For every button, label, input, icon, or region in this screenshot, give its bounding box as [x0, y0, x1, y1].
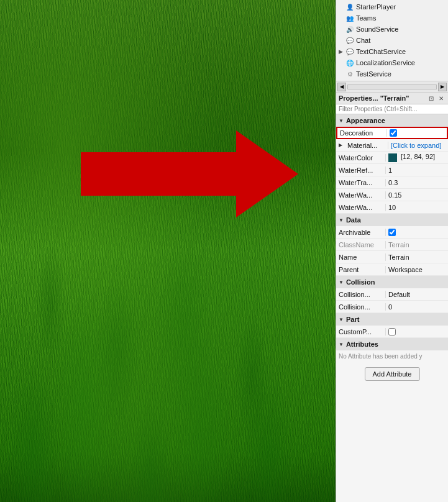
section-appearance[interactable]: ▼ Appearance [336, 114, 448, 127]
textchatservice-icon: 💬 [345, 47, 355, 57]
prop-row-name[interactable]: Name Terrain [336, 251, 448, 263]
starterplayer-label: StarterPlayer [356, 3, 396, 11]
filter-bar [336, 104, 448, 114]
prop-row-archivable[interactable]: Archivable [336, 226, 448, 239]
collisionval-prop-value: 0 [386, 303, 448, 311]
section-part[interactable]: ▼ Part [336, 313, 448, 326]
prop-row-collisiontype[interactable]: Collision... Default [336, 288, 448, 301]
waterwa2-prop-value: 10 [386, 204, 448, 211]
testservice-icon: ⚙ [345, 69, 355, 79]
prop-row-waterwa1[interactable]: WaterWa... 0.15 [336, 189, 448, 201]
data-collapse-arrow: ▼ [339, 217, 344, 223]
right-panel: 👤 StarterPlayer 👥 Teams 🔊 SoundService 💬… [336, 0, 448, 502]
decoration-checkbox-container[interactable] [387, 129, 400, 137]
prop-row-watercolor[interactable]: WaterColor [12, 84, 92] [336, 152, 448, 164]
tree-item-textchatservice[interactable]: ▶ 💬 TextChatService [336, 46, 448, 57]
localizationservice-label: LocalizationService [356, 59, 415, 66]
section-attributes[interactable]: ▼ Attributes [336, 338, 448, 350]
teams-label: Teams [356, 14, 376, 22]
prop-row-material[interactable]: ▶ Material... [Click to expand] [336, 139, 448, 152]
archivable-prop-name: Archivable [336, 229, 386, 236]
part-collapse-arrow: ▼ [339, 317, 344, 322]
appearance-collapse-arrow: ▼ [339, 118, 344, 124]
chat-label: Chat [356, 37, 370, 44]
textchatservice-label: TextChatService [356, 48, 406, 55]
no-attribute-text: No Attribute has been added y [336, 350, 448, 362]
tree-item-soundservice[interactable]: 🔊 SoundService [336, 24, 448, 35]
scroll-left-btn[interactable]: ◀ [337, 83, 346, 91]
classname-prop-value: Terrain [386, 241, 448, 249]
decoration-checkbox[interactable] [390, 129, 397, 137]
prop-row-waterref[interactable]: WaterRef... 1 [336, 164, 448, 176]
scroll-track[interactable] [347, 84, 437, 89]
customp-checkbox-container[interactable] [386, 328, 398, 335]
prop-row-classname[interactable]: ClassName Terrain [336, 239, 448, 251]
parent-prop-value: Workspace [386, 266, 448, 273]
filter-input[interactable] [339, 106, 446, 112]
prop-row-customp[interactable]: CustomP... [336, 326, 448, 338]
material-prop-value: [Click to expand] [388, 142, 448, 149]
data-section-label: Data [346, 216, 361, 224]
watercolor-swatch [388, 153, 397, 162]
attributes-collapse-arrow: ▼ [339, 342, 344, 347]
watertra-prop-name: WaterTra... [336, 179, 386, 186]
archivable-checkbox-container[interactable] [386, 229, 398, 236]
tree-item-localizationservice[interactable]: 🌐 LocalizationService [336, 57, 448, 68]
section-collision[interactable]: ▼ Collision [336, 276, 448, 288]
soundservice-label: SoundService [356, 25, 399, 33]
customp-prop-name: CustomP... [336, 328, 386, 335]
waterwa2-prop-name: WaterWa... [336, 204, 386, 211]
watercolor-prop-name: WaterColor [336, 154, 386, 162]
collision-collapse-arrow: ▼ [339, 280, 344, 285]
scroll-right-btn[interactable]: ▶ [438, 83, 447, 91]
classname-prop-name: ClassName [336, 241, 386, 249]
customp-checkbox[interactable] [388, 328, 396, 335]
prop-row-collisionval[interactable]: Collision... 0 [336, 301, 448, 313]
material-expand-arrow: ▶ [336, 142, 345, 148]
waterwa1-prop-value: 0.15 [386, 191, 448, 199]
properties-content: ▼ Appearance Decoration ▶ Material... [C… [336, 114, 448, 502]
name-prop-value: Terrain [386, 253, 448, 261]
waterref-prop-value: 1 [386, 167, 448, 174]
prop-row-parent[interactable]: Parent Workspace [336, 263, 448, 276]
waterref-prop-name: WaterRef... [336, 167, 386, 174]
collisiontype-prop-name: Collision... [336, 291, 386, 298]
tree-item-starterplayer[interactable]: 👤 StarterPlayer [336, 1, 448, 12]
collisionval-prop-name: Collision... [336, 303, 386, 311]
add-attribute-button[interactable]: Add Attribute [365, 367, 420, 381]
properties-title: Properties... "Terrain" [339, 94, 409, 102]
explorer-scrollbar[interactable]: ◀ ▶ [336, 81, 448, 93]
name-prop-name: Name [336, 253, 386, 261]
tree-item-testservice[interactable]: ⚙ TestService [336, 68, 448, 80]
archivable-checkbox[interactable] [388, 229, 396, 236]
chat-icon: 💬 [345, 35, 355, 45]
material-prop-name: Material... [345, 142, 388, 149]
red-arrow [81, 130, 304, 217]
section-data[interactable]: ▼ Data [336, 214, 448, 226]
watercolor-prop-value: [12, 84, 92] [386, 153, 448, 162]
decoration-prop-name: Decoration [337, 129, 387, 137]
collisiontype-prop-value: Default [386, 291, 448, 298]
soundservice-icon: 🔊 [345, 24, 355, 34]
starterplayer-icon: 👤 [345, 2, 355, 12]
prop-row-waterwa2[interactable]: WaterWa... 10 [336, 201, 448, 214]
waterwa1-prop-name: WaterWa... [336, 191, 386, 199]
part-section-label: Part [346, 316, 359, 323]
localizationservice-icon: 🌐 [345, 58, 355, 68]
grass-background [0, 0, 336, 502]
properties-icons: ⊡ ✕ [427, 94, 446, 103]
properties-header: Properties... "Terrain" ⊡ ✕ [336, 93, 448, 104]
close-icon[interactable]: ✕ [437, 94, 446, 103]
prop-row-decoration[interactable]: Decoration [336, 127, 448, 139]
dock-icon[interactable]: ⊡ [427, 94, 436, 103]
attributes-section-label: Attributes [346, 340, 378, 348]
explorer-tree: 👤 StarterPlayer 👥 Teams 🔊 SoundService 💬… [336, 0, 448, 81]
tree-item-teams[interactable]: 👥 Teams [336, 12, 448, 24]
appearance-section-label: Appearance [346, 117, 385, 124]
collision-section-label: Collision [346, 278, 375, 286]
parent-prop-name: Parent [336, 266, 386, 273]
prop-row-watertra[interactable]: WaterTra... 0.3 [336, 176, 448, 189]
watertra-prop-value: 0.3 [386, 179, 448, 186]
teams-icon: 👥 [345, 13, 355, 23]
tree-item-chat[interactable]: 💬 Chat [336, 35, 448, 46]
